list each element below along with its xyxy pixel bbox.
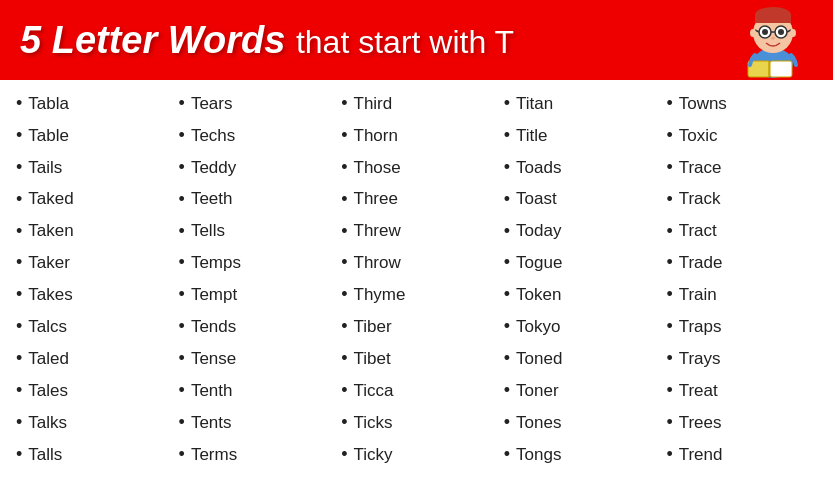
word-label: Teddy	[191, 155, 236, 181]
word-label: Tells	[191, 218, 225, 244]
bullet-icon: •	[16, 345, 22, 373]
bullet-icon: •	[16, 281, 22, 309]
word-label: Treat	[679, 378, 718, 404]
bullet-icon: •	[179, 409, 185, 437]
header-title: 5 Letter Words that start with T	[20, 19, 514, 62]
list-item: •Toads	[504, 152, 655, 184]
bullet-icon: •	[504, 186, 510, 214]
bullet-icon: •	[16, 377, 22, 405]
word-label: Tears	[191, 91, 233, 117]
word-label: Titan	[516, 91, 553, 117]
list-item: •Tents	[179, 407, 330, 439]
bullet-icon: •	[16, 313, 22, 341]
word-label: Tones	[516, 410, 561, 436]
bullet-icon: •	[179, 281, 185, 309]
bullet-icon: •	[666, 409, 672, 437]
list-item: •Teeth	[179, 184, 330, 216]
word-label: Taker	[28, 250, 70, 276]
bullet-icon: •	[504, 249, 510, 277]
word-label: Tails	[28, 155, 62, 181]
list-item: •Treat	[666, 375, 817, 407]
word-label: Train	[679, 282, 717, 308]
mascot-icon	[733, 3, 813, 78]
list-item: •Tails	[16, 152, 167, 184]
bullet-icon: •	[666, 345, 672, 373]
word-label: Toner	[516, 378, 559, 404]
word-label: Tends	[191, 314, 236, 340]
word-label: Terms	[191, 442, 237, 468]
list-item: •Tempt	[179, 279, 330, 311]
bullet-icon: •	[341, 249, 347, 277]
word-label: Ticca	[354, 378, 394, 404]
list-item: •Thorn	[341, 120, 492, 152]
list-item: •Trays	[666, 343, 817, 375]
list-item: •Taked	[16, 184, 167, 216]
word-label: Thorn	[354, 123, 398, 149]
word-label: Takes	[28, 282, 72, 308]
list-item: •Toned	[504, 343, 655, 375]
word-label: Trade	[679, 250, 723, 276]
bullet-icon: •	[341, 441, 347, 469]
bullet-icon: •	[179, 313, 185, 341]
list-item: •Title	[504, 120, 655, 152]
word-label: Tiber	[354, 314, 392, 340]
list-item: •Takes	[16, 279, 167, 311]
title-bold: 5 Letter Words	[20, 19, 285, 61]
word-label: Taken	[28, 218, 73, 244]
word-label: Towns	[679, 91, 727, 117]
bullet-icon: •	[341, 186, 347, 214]
bullet-icon: •	[341, 409, 347, 437]
svg-point-7	[778, 29, 784, 35]
list-item: •Techs	[179, 120, 330, 152]
list-item: •Three	[341, 184, 492, 216]
word-label: Tenth	[191, 378, 233, 404]
word-label: Throw	[354, 250, 401, 276]
list-item: •Terms	[179, 439, 330, 471]
bullet-icon: •	[16, 154, 22, 182]
word-label: Toned	[516, 346, 562, 372]
list-item: •Taled	[16, 343, 167, 375]
list-item: •Train	[666, 279, 817, 311]
list-item: •Tales	[16, 375, 167, 407]
bullet-icon: •	[666, 313, 672, 341]
word-label: Talks	[28, 410, 67, 436]
list-item: •Trade	[666, 247, 817, 279]
list-item: •Ticky	[341, 439, 492, 471]
svg-point-11	[771, 36, 775, 39]
word-label: Tense	[191, 346, 236, 372]
svg-rect-3	[755, 15, 791, 23]
bullet-icon: •	[179, 249, 185, 277]
bullet-icon: •	[341, 122, 347, 150]
list-item: •Tokyo	[504, 311, 655, 343]
bullet-icon: •	[504, 409, 510, 437]
bullet-icon: •	[341, 218, 347, 246]
list-item: •Temps	[179, 247, 330, 279]
word-label: Token	[516, 282, 561, 308]
word-label: Taled	[28, 346, 69, 372]
list-item: •Tears	[179, 88, 330, 120]
word-label: Techs	[191, 123, 235, 149]
list-item: •Table	[16, 120, 167, 152]
title-normal: that start with T	[296, 24, 514, 60]
word-label: Trays	[679, 346, 721, 372]
word-label: Togue	[516, 250, 562, 276]
list-item: •Tract	[666, 216, 817, 248]
bullet-icon: •	[504, 441, 510, 469]
list-item: •Token	[504, 279, 655, 311]
list-item: •Tends	[179, 311, 330, 343]
list-item: •Track	[666, 184, 817, 216]
bullet-icon: •	[666, 90, 672, 118]
word-label: Threw	[354, 218, 401, 244]
word-label: Track	[679, 186, 721, 212]
word-label: Ticks	[354, 410, 393, 436]
word-column-2: •Tears•Techs•Teddy•Teeth•Tells•Temps•Tem…	[173, 88, 336, 492]
word-label: Temps	[191, 250, 241, 276]
svg-point-6	[762, 29, 768, 35]
list-item: •Trace	[666, 152, 817, 184]
list-item: •Taker	[16, 247, 167, 279]
list-item: •Tenth	[179, 375, 330, 407]
list-item: •Talks	[16, 407, 167, 439]
list-item: •Toast	[504, 184, 655, 216]
bullet-icon: •	[16, 249, 22, 277]
bullet-icon: •	[16, 122, 22, 150]
